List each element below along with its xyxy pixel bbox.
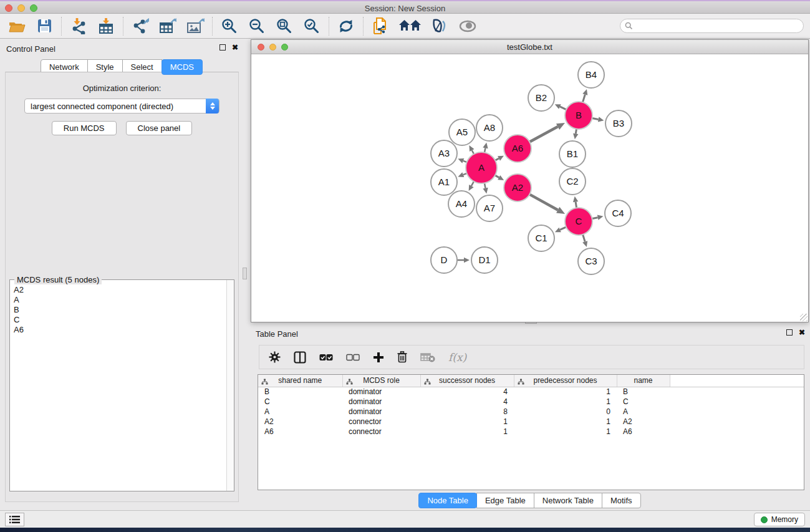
- cell-predecessor-nodes[interactable]: 1: [514, 417, 617, 427]
- cell-successor-nodes[interactable]: 1: [420, 427, 514, 437]
- task-history-button[interactable]: [5, 513, 24, 526]
- table-panel-header: Table Panel ✖: [249, 324, 810, 343]
- close-panel-button[interactable]: Close panel: [126, 121, 193, 135]
- status-bar: Memory: [0, 510, 810, 528]
- vertical-divider-handle[interactable]: [243, 268, 247, 279]
- import-network-icon[interactable]: [69, 17, 88, 36]
- close-panel-icon[interactable]: ✖: [232, 44, 238, 51]
- graph-edge-arrowhead: [464, 258, 470, 263]
- table-row[interactable]: A6connector11A6: [258, 427, 804, 437]
- cell-successor-nodes[interactable]: 4: [420, 397, 514, 407]
- new-network-from-selection-icon[interactable]: [371, 17, 390, 36]
- mcds-result-item[interactable]: A: [14, 295, 226, 305]
- table-settings-gear-icon[interactable]: [269, 350, 281, 365]
- mcds-result-list: A2ABCA6: [11, 285, 226, 490]
- search-input[interactable]: [635, 21, 803, 32]
- export-image-icon[interactable]: [186, 17, 205, 36]
- cell-name[interactable]: A6: [617, 427, 670, 437]
- column-header-mcds-role[interactable]: MCDS role: [342, 375, 420, 387]
- network-canvas[interactable]: AA1A2A3A4A5A6A7A8BB1B2B3B4CC1C2C3C4DD1: [251, 54, 808, 322]
- cell-shared-name[interactable]: A2: [258, 417, 342, 427]
- cell-name[interactable]: A: [617, 407, 670, 417]
- toggle-graphics-details-icon[interactable]: [431, 17, 450, 36]
- cell-name[interactable]: A2: [617, 417, 670, 427]
- network-window-title: testGlobe.txt: [251, 42, 808, 52]
- import-table-icon[interactable]: [97, 17, 115, 36]
- float-panel-icon[interactable]: [219, 44, 226, 51]
- mcds-result-item[interactable]: C: [14, 315, 226, 325]
- node-table[interactable]: shared nameMCDS rolesuccessor nodesprede…: [258, 374, 804, 490]
- export-table-icon[interactable]: [158, 17, 177, 36]
- tab-mcds[interactable]: MCDS: [162, 59, 203, 75]
- create-column-icon[interactable]: [373, 350, 384, 365]
- select-all-rows-icon[interactable]: [319, 350, 333, 365]
- home-icon[interactable]: [398, 17, 422, 36]
- memory-button[interactable]: Memory: [754, 513, 805, 526]
- cell-shared-name[interactable]: A6: [258, 427, 342, 437]
- mcds-result-title: MCDS result (5 nodes): [14, 275, 102, 284]
- table-row[interactable]: Adominator80A: [258, 407, 804, 417]
- cell-mcds-role[interactable]: connector: [342, 427, 420, 437]
- graph-node-label-C2: C2: [566, 176, 578, 186]
- cell-successor-nodes[interactable]: 8: [420, 407, 514, 417]
- cell-mcds-role[interactable]: dominator: [342, 397, 420, 407]
- graph-edge-A2-C[interactable]: [529, 194, 557, 210]
- mcds-result-item[interactable]: B: [14, 305, 226, 315]
- graph-edge-B-B4[interactable]: [582, 95, 585, 103]
- graph-edge-arrowhead: [582, 241, 587, 247]
- graph-edge-arrowhead: [597, 215, 604, 220]
- search-field[interactable]: [620, 19, 804, 33]
- cell-successor-nodes[interactable]: 4: [420, 387, 514, 397]
- table-row[interactable]: Bdominator41B: [258, 387, 804, 397]
- network-graph[interactable]: AA1A2A3A4A5A6A7A8BB1B2B3B4CC1C2C3C4DD1: [251, 54, 808, 322]
- cell-shared-name[interactable]: B: [258, 387, 342, 397]
- export-network-icon[interactable]: [131, 17, 150, 36]
- mcds-result-item[interactable]: A6: [14, 325, 226, 335]
- cell-name[interactable]: B: [617, 387, 670, 397]
- column-header-predecessor-nodes[interactable]: predecessor nodes: [514, 375, 617, 387]
- column-header-name[interactable]: name: [617, 375, 670, 387]
- graph-node-label-A5: A5: [456, 127, 468, 137]
- cell-shared-name[interactable]: C: [258, 397, 342, 407]
- zoom-fit-icon[interactable]: [275, 17, 294, 36]
- zoom-selected-icon[interactable]: [302, 17, 321, 36]
- graph-edge-arrowhead: [483, 143, 488, 149]
- criterion-select[interactable]: largest connected component (directed): [24, 99, 219, 114]
- table-row[interactable]: A2connector11A2: [258, 417, 804, 427]
- graph-node-label-A: A: [478, 162, 485, 173]
- column-header-successor-nodes[interactable]: successor nodes: [420, 375, 514, 387]
- tab-motifs[interactable]: Motifs: [602, 493, 641, 508]
- result-scrollbar[interactable]: [226, 280, 234, 491]
- tab-node-table[interactable]: Node Table: [418, 493, 477, 508]
- cell-predecessor-nodes[interactable]: 0: [514, 407, 617, 417]
- cell-predecessor-nodes[interactable]: 1: [514, 387, 617, 397]
- table-row[interactable]: Cdominator41C: [258, 397, 804, 407]
- cell-name[interactable]: C: [617, 397, 670, 407]
- cell-mcds-role[interactable]: connector: [342, 417, 420, 427]
- float-table-panel-icon[interactable]: [786, 329, 793, 336]
- cell-mcds-role[interactable]: dominator: [342, 387, 420, 397]
- show-hide-icon[interactable]: [458, 17, 477, 36]
- zoom-in-icon[interactable]: [220, 17, 239, 36]
- cell-mcds-role[interactable]: dominator: [342, 407, 420, 417]
- tab-edge-table[interactable]: Edge Table: [476, 493, 534, 508]
- save-session-icon[interactable]: [35, 17, 54, 36]
- close-table-panel-icon[interactable]: ✖: [799, 329, 805, 336]
- window-resize-handle[interactable]: [800, 314, 808, 321]
- cell-predecessor-nodes[interactable]: 1: [514, 397, 617, 407]
- select-columns-icon[interactable]: [294, 350, 306, 365]
- open-session-icon[interactable]: [7, 17, 26, 36]
- cell-successor-nodes[interactable]: 1: [420, 417, 514, 427]
- deselect-all-rows-icon[interactable]: [346, 350, 360, 365]
- zoom-out-icon[interactable]: [248, 17, 266, 36]
- mcds-result-item[interactable]: A2: [14, 285, 226, 295]
- cell-shared-name[interactable]: A: [258, 407, 342, 417]
- tab-network-table[interactable]: Network Table: [534, 493, 602, 508]
- cell-predecessor-nodes[interactable]: 1: [514, 427, 617, 437]
- column-header-shared-name[interactable]: shared name: [258, 375, 342, 387]
- apply-layout-icon[interactable]: [337, 17, 355, 36]
- delete-columns-icon[interactable]: [397, 350, 407, 365]
- graph-edge-A6-B[interactable]: [529, 127, 557, 142]
- run-mcds-button[interactable]: Run MCDS: [52, 121, 117, 135]
- delete-table-icon-disabled: [420, 350, 435, 365]
